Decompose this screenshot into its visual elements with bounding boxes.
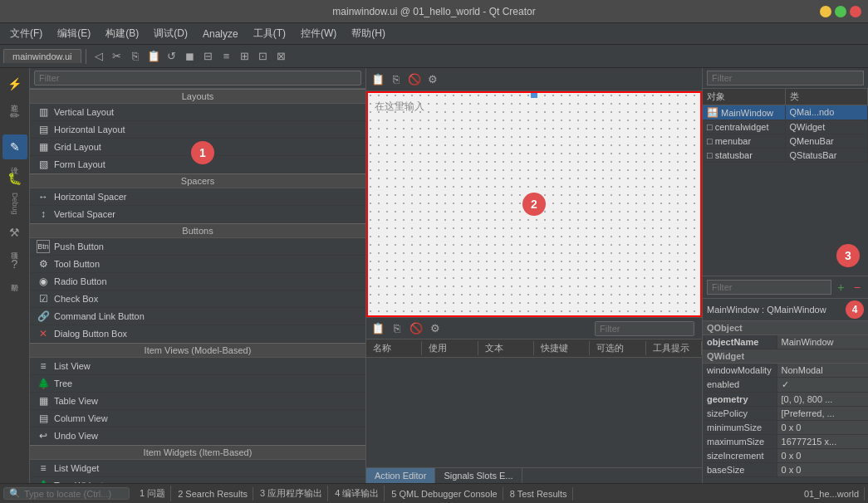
toolbar-btn-copy[interactable]: ⎘ [127,48,144,65]
widget-vertical-layout[interactable]: ▥ Vertical Layout [30,104,365,121]
prop-name-enabled: enabled [703,378,777,392]
obj-row-menubar[interactable]: □menubar QMenuBar [703,134,868,149]
props-add-btn[interactable]: + [834,279,848,295]
toolbar-btn-align[interactable]: ≡ [218,48,235,65]
tab-mainwindow[interactable]: mainwindow.ui [3,49,81,63]
status-search-results[interactable]: 2 Search Results [173,487,253,501]
nav-welcome[interactable]: ⚡ [2,71,27,96]
status-problems[interactable]: 1 问题 [135,486,171,501]
nav-help-group: ? 帮助 [2,252,27,278]
minimize-button[interactable] [820,6,831,17]
design-btn-delete[interactable]: 🚫 [406,71,423,88]
action-btn-copy[interactable]: ⎘ [389,320,405,337]
left-nav-bar: ⚡ 欢迎 ✏ 编辑 ✎ 设计 🐛 Debug ⚒ 项目 ? 帮助 [0,68,30,483]
widget-tree-widget[interactable]: 🌲 Tree Widget [30,477,365,483]
prop-val-enabled[interactable]: ✓ [777,378,868,392]
action-btn-add[interactable]: 📋 [370,320,386,337]
grid-layout-icon: ▦ [37,140,50,154]
nav-project-group: ⚒ 项目 [2,220,27,247]
widget-list-widget-label: List Widget [54,463,99,473]
toolbar-btn-stop[interactable]: ◼ [182,48,199,65]
toolbar-btn-cut[interactable]: ✂ [109,48,125,65]
toolbar-btn-grid[interactable]: ⊞ [237,48,253,65]
toolbar-btn-layout[interactable]: ⊟ [200,48,217,65]
widget-tool-button[interactable]: ⚙ Tool Button [30,256,365,273]
widget-list-view[interactable]: ≡ List View [30,358,365,375]
canvas-handle-top[interactable] [531,91,537,98]
prop-val-basesize[interactable]: 0 x 0 [777,463,868,476]
prop-group-qwidget: QWidget [703,349,868,364]
toolbar-btn-back[interactable]: ◁ [91,48,107,65]
nav-debug[interactable]: 🐛 [2,166,27,191]
props-remove-btn[interactable]: − [851,279,865,295]
menu-build[interactable]: 构建(B) [99,25,145,42]
widget-v-spacer[interactable]: ↕ Vertical Spacer [30,206,365,223]
widget-list-widget[interactable]: ≡ List Widget [30,460,365,477]
menu-debug[interactable]: 调试(D) [147,25,194,42]
widget-h-spacer[interactable]: ↔ Horizontal Spacer [30,188,365,206]
object-filter-input[interactable] [707,71,864,85]
obj-row-mainwindow[interactable]: 🪟MainWindow QMai...ndo [703,105,868,120]
design-btn-settings[interactable]: ⚙ [424,71,441,88]
prop-val-minimumsize[interactable]: 0 x 0 [777,421,868,434]
widget-dialog-btn[interactable]: ✕ Dialog Button Box [30,325,365,343]
nav-design[interactable]: ✎ [2,134,27,159]
close-button[interactable] [850,6,861,17]
menu-analyze[interactable]: Analyze [196,27,245,42]
prop-row-basesize: baseSize 0 x 0 [703,463,868,477]
status-search-input[interactable] [24,489,124,499]
maximize-button[interactable] [835,6,846,17]
prop-val-geometry[interactable]: [0, 0), 800 ... [777,393,868,406]
widget-filter-input[interactable] [34,71,361,85]
prop-val-windowmodality[interactable]: NonModal [777,364,868,377]
status-compile-output[interactable]: 4 编译输出 [330,486,385,501]
design-btn-copy[interactable]: ⎘ [388,71,405,88]
toolbar-btn-refresh[interactable]: ↺ [164,48,180,65]
action-btn-settings[interactable]: ⚙ [427,320,444,337]
nav-help[interactable]: ? [2,252,27,276]
obj-row-statusbar[interactable]: □statusbar QStatusBar [703,149,868,163]
vertical-layout-icon: ▥ [37,105,50,119]
widget-command-link[interactable]: 🔗 Command Link Button [30,308,365,325]
tab-signals-slots[interactable]: Signals Slots E... [435,468,522,483]
menu-tools[interactable]: 工具(T) [247,25,292,42]
action-btn-delete[interactable]: 🚫 [408,320,424,337]
design-canvas[interactable]: 在这里输入 2 [366,91,702,317]
dialog-btn-icon: ✕ [37,327,50,340]
menu-edit[interactable]: 编辑(E) [51,25,97,42]
widget-push-button[interactable]: Btn Push Button [30,238,365,256]
status-qml-debugger[interactable]: 5 QML Debugger Console [386,487,503,501]
menu-help[interactable]: 帮助(H) [345,25,392,42]
widget-check-box[interactable]: ☑ Check Box [30,291,365,308]
props-filter-input[interactable] [707,280,831,295]
widget-grid-layout[interactable]: ▦ Grid Layout [30,139,365,156]
widget-radio-button[interactable]: ◉ Radio Button [30,273,365,291]
obj-row-centralwidget[interactable]: □centralwidget QWidget [703,120,868,134]
menu-controls[interactable]: 控件(W) [294,25,343,42]
widget-column-view[interactable]: ▤ Column View [30,410,365,427]
action-filter-input[interactable] [595,321,694,336]
status-test-results[interactable]: 8 Test Results [505,487,573,501]
status-app-output[interactable]: 3 应用程序输出 [255,486,328,501]
tab-action-editor[interactable]: Action Editor [366,468,435,483]
prop-val-sizeincrement[interactable]: 0 x 0 [777,449,868,462]
toolbar-btn-zoom[interactable]: ⊡ [255,48,272,65]
widget-push-button-label: Push Button [54,242,104,252]
prop-val-objectname[interactable]: MainWindow [777,335,868,349]
tree-view-icon: 🌲 [37,377,50,390]
widget-form-layout[interactable]: ▧ Form Layout [30,156,365,173]
prop-val-maximumsize[interactable]: 16777215 x... [777,435,868,448]
nav-edit[interactable]: ✏ [2,103,27,128]
toolbar-btn-paste[interactable]: 📋 [145,48,162,65]
prop-val-sizepolicy[interactable]: [Preferred, ... [777,407,868,420]
prop-row-minimumsize: minimumSize 0 x 0 [703,421,868,435]
category-item-widgets: Item Widgets (Item-Based) [30,445,365,460]
menu-file[interactable]: 文件(F) [3,25,49,42]
design-btn-add[interactable]: 📋 [370,71,386,88]
widget-undo-view[interactable]: ↩ Undo View [30,427,365,445]
nav-project[interactable]: ⚒ [2,220,27,245]
widget-horizontal-layout[interactable]: ▤ Horizontal Layout [30,121,365,139]
widget-tree-view[interactable]: 🌲 Tree [30,375,365,393]
widget-table-view[interactable]: ▦ Table View [30,393,365,410]
toolbar-btn-resize[interactable]: ⊠ [273,48,290,65]
